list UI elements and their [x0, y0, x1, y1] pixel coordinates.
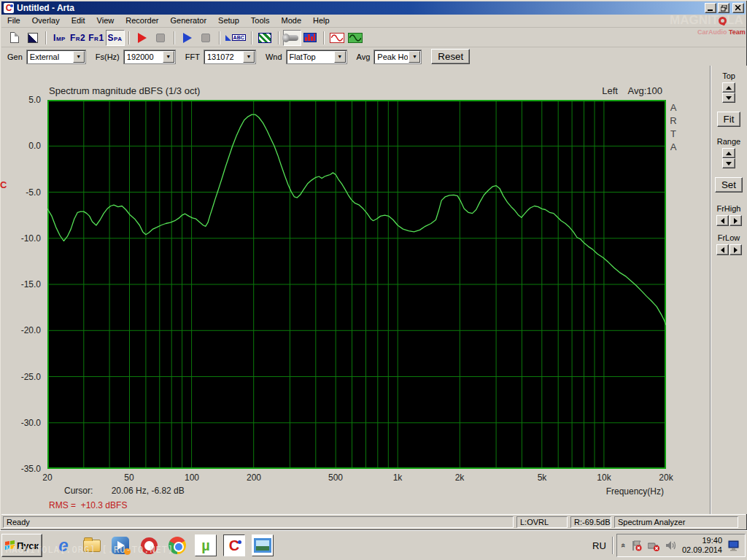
avg-label: Avg: [357, 52, 371, 61]
chevron-down-icon[interactable]: ▼: [163, 51, 174, 63]
menu-overlay[interactable]: Overlay: [26, 15, 66, 27]
y-axis: 5.00.0-5.0-10.0-15.0-20.0-25.0-30.0-35.0: [0, 100, 44, 469]
sine-red-button[interactable]: [328, 30, 347, 46]
status-ready: Ready: [3, 516, 514, 528]
utorrent-icon[interactable]: µ: [195, 534, 217, 556]
set-button[interactable]: Set: [715, 177, 743, 192]
top-up-button[interactable]: [722, 82, 735, 93]
arrow-up-icon: [726, 152, 732, 155]
channel-side: Left: [602, 85, 618, 96]
x-tick-label: 20k: [659, 472, 673, 483]
calibrate-abc-icon: ABC: [225, 34, 246, 41]
cursor-readout: Cursor: 20.06 Hz, -6.82 dB: [64, 486, 185, 496]
range-up-button[interactable]: [722, 148, 735, 158]
spectrum-bars-icon: [303, 33, 317, 42]
range-down-button[interactable]: [722, 158, 735, 168]
reset-button[interactable]: Reset: [431, 49, 470, 64]
restore-button[interactable]: [718, 3, 729, 13]
language-indicator[interactable]: RU: [587, 540, 612, 551]
stop-button[interactable]: [197, 30, 215, 46]
fft-combobox[interactable]: 131072 ▼: [204, 50, 256, 64]
spa-mode-button[interactable]: Spa: [106, 30, 125, 46]
fs-label: Fs(Hz): [96, 52, 120, 61]
y-tick-label: -30.0: [21, 418, 41, 428]
frlow-right-button[interactable]: [729, 244, 742, 255]
spectrum-plot[interactable]: [47, 100, 666, 469]
chevron-down-icon[interactable]: ▼: [409, 51, 420, 63]
frhigh-right-button[interactable]: [729, 215, 742, 226]
chevron-down-icon[interactable]: ▼: [334, 51, 346, 63]
menu-view[interactable]: View: [91, 15, 120, 27]
menu-tools[interactable]: Tools: [245, 15, 276, 27]
arrow-right-icon: [734, 247, 738, 253]
display-settings-icon[interactable]: [727, 540, 740, 551]
arta-task-icon[interactable]: C: [223, 534, 245, 556]
fs-combobox[interactable]: 192000 ▼: [123, 50, 176, 64]
play-button[interactable]: [179, 30, 197, 46]
magnitola-subtitle: CarAudio Team: [697, 28, 746, 36]
toolbar-separator: [219, 31, 220, 44]
new-file-button[interactable]: [5, 30, 23, 46]
y-tick-label: -25.0: [21, 372, 41, 382]
signal-generator-button[interactable]: [256, 30, 274, 46]
close-button[interactable]: [732, 3, 744, 13]
tray-clock[interactable]: 19:40 02.09.2014: [682, 536, 722, 555]
x-axis-title: Frequency(Hz): [606, 486, 664, 497]
chevron-down-icon[interactable]: ▼: [243, 51, 255, 63]
status-left-channel: L:OVRL: [516, 516, 568, 528]
volume-icon[interactable]: [665, 540, 677, 551]
overlay-icon: [28, 33, 38, 43]
chevron-down-icon[interactable]: ▼: [73, 51, 85, 63]
magnitola-bottom-watermark: MAGNITOLA[.ORG] [.RU-TO.NET]: [6, 545, 174, 555]
arta-window: C Untitled - Arta File Overlay Edit View…: [0, 0, 747, 530]
gen-combobox[interactable]: External ▼: [26, 50, 86, 64]
menu-recorder[interactable]: Recorder: [120, 15, 164, 27]
tray-panel: « 19:40 02.09.2014: [616, 534, 746, 557]
top-down-button[interactable]: [722, 93, 735, 103]
menu-file[interactable]: File: [1, 15, 26, 27]
app-icon: C: [4, 3, 14, 13]
menu-help[interactable]: Help: [307, 15, 336, 27]
spectrum-view-button[interactable]: [301, 30, 320, 46]
menu-setup[interactable]: Setup: [212, 15, 245, 27]
frhigh-left-button[interactable]: [716, 215, 729, 226]
microphone-icon: [285, 35, 298, 41]
frhigh-label: FrHigh: [716, 204, 740, 213]
calibrate-button[interactable]: ABC: [224, 30, 247, 46]
menu-edit[interactable]: Edit: [66, 15, 91, 27]
fft-label: FFT: [185, 52, 200, 61]
menu-mode[interactable]: Mode: [275, 15, 307, 27]
y-tick-label: -5.0: [26, 187, 41, 198]
toolbar-separator: [128, 31, 130, 44]
menu-generator[interactable]: Generator: [165, 15, 213, 27]
microphone-button[interactable]: [283, 30, 301, 46]
frlow-left-button[interactable]: [716, 244, 729, 255]
title-bar[interactable]: C Untitled - Arta: [1, 1, 746, 15]
fit-button[interactable]: Fit: [717, 112, 741, 127]
overlay-button[interactable]: [23, 30, 42, 46]
x-tick-label: 10k: [597, 472, 611, 483]
record-stop-button[interactable]: [152, 30, 170, 46]
wnd-combobox[interactable]: FlatTop ▼: [286, 50, 347, 64]
fr2-mode-button[interactable]: Fr2: [69, 30, 87, 46]
cursor-label: Cursor:: [64, 486, 93, 496]
imp-mode-button[interactable]: Imp: [50, 30, 69, 46]
avg-combobox[interactable]: Peak Hol ▼: [374, 50, 422, 64]
arrow-down-icon: [726, 96, 732, 100]
record-button[interactable]: [133, 30, 152, 46]
security-alert-icon[interactable]: [631, 540, 643, 551]
x-tick-label: 100: [185, 472, 199, 483]
arrow-down-icon: [726, 162, 732, 166]
sine-green-button[interactable]: [347, 30, 365, 46]
hide-icons-chevron[interactable]: «: [619, 543, 628, 548]
toolbar-separator: [251, 31, 252, 44]
image-viewer-icon[interactable]: [252, 534, 274, 556]
menu-bar: File Overlay Edit View Recorder Generato…: [1, 15, 746, 28]
arrow-right-icon: [734, 218, 738, 224]
minimize-button[interactable]: [705, 3, 716, 13]
range-label: Range: [717, 137, 740, 146]
arrow-up-icon: [726, 86, 732, 90]
fr1-mode-button[interactable]: Fr1: [87, 30, 105, 46]
toolbar-separator: [323, 31, 325, 44]
safely-remove-device-icon[interactable]: [648, 540, 660, 551]
